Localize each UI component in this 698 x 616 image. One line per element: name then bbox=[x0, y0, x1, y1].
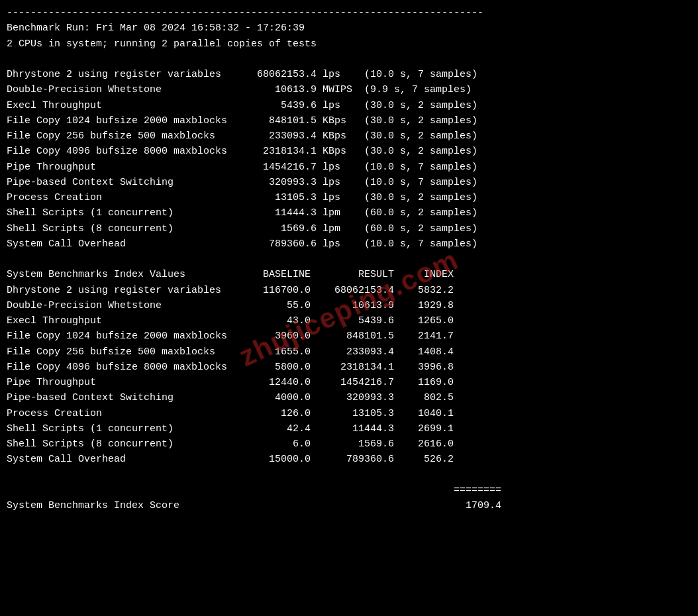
index-data-row: Pipe Throughput 12440.0 1454216.7 1169.0 bbox=[7, 375, 691, 390]
index-data-row: File Copy 1024 bufsize 2000 maxblocks 39… bbox=[7, 329, 691, 344]
raw-result-row: Pipe-based Context Switching 320993.3 lp… bbox=[7, 175, 691, 190]
raw-result-row: Shell Scripts (1 concurrent) 11444.3 lpm… bbox=[7, 205, 691, 221]
index-table: System Benchmarks Index Values BASELINE … bbox=[7, 267, 691, 467]
raw-result-row: Pipe Throughput 1454216.7 lps (10.0 s, 7… bbox=[7, 160, 691, 175]
index-header-row: System Benchmarks Index Values BASELINE … bbox=[7, 267, 691, 282]
index-data-row: Process Creation 126.0 13105.3 1040.1 bbox=[7, 406, 691, 421]
index-data-row: Double-Precision Whetstone 55.0 10613.9 … bbox=[7, 298, 691, 313]
raw-result-row: Dhrystone 2 using register variables 680… bbox=[7, 67, 691, 82]
raw-result-row: File Copy 256 bufsize 500 maxblocks 2330… bbox=[7, 128, 691, 144]
equals-line: ======== bbox=[7, 483, 691, 498]
raw-results-section: Dhrystone 2 using register variables 680… bbox=[7, 67, 691, 252]
raw-result-row: File Copy 4096 bufsize 8000 maxblocks 23… bbox=[7, 144, 691, 159]
raw-result-row: Shell Scripts (8 concurrent) 1569.6 lpm … bbox=[7, 221, 691, 236]
raw-result-row: Process Creation 13105.3 lps (30.0 s, 2 … bbox=[7, 190, 691, 205]
index-data-row: Shell Scripts (8 concurrent) 6.0 1569.6 … bbox=[7, 436, 691, 452]
index-data-row: File Copy 256 bufsize 500 maxblocks 1655… bbox=[7, 344, 691, 360]
terminal-output: ----------------------------------------… bbox=[7, 5, 691, 513]
index-data-row: File Copy 4096 bufsize 8000 maxblocks 58… bbox=[7, 360, 691, 375]
raw-result-row: Double-Precision Whetstone 10613.9 MWIPS… bbox=[7, 82, 691, 97]
raw-result-row: File Copy 1024 bufsize 2000 maxblocks 84… bbox=[7, 113, 691, 128]
index-data-row: Shell Scripts (1 concurrent) 42.4 11444.… bbox=[7, 421, 691, 436]
separator-top: ----------------------------------------… bbox=[7, 5, 691, 21]
index-data-row: System Call Overhead 15000.0 789360.6 52… bbox=[7, 452, 691, 467]
header-line2: 2 CPUs in system; running 2 parallel cop… bbox=[7, 36, 691, 52]
index-data-row: Pipe-based Context Switching 4000.0 3209… bbox=[7, 390, 691, 405]
score-row: System Benchmarks Index Score 1709.4 bbox=[7, 498, 691, 513]
header-line1: Benchmark Run: Fri Mar 08 2024 16:58:32 … bbox=[7, 21, 691, 36]
raw-result-row: System Call Overhead 789360.6 lps (10.0 … bbox=[7, 236, 691, 252]
index-data-row: Execl Throughput 43.0 5439.6 1265.0 bbox=[7, 313, 691, 329]
raw-result-row: Execl Throughput 5439.6 lps (30.0 s, 2 s… bbox=[7, 98, 691, 113]
score-section: ========System Benchmarks Index Score 17… bbox=[7, 483, 691, 514]
index-data-row: Dhrystone 2 using register variables 116… bbox=[7, 283, 691, 298]
